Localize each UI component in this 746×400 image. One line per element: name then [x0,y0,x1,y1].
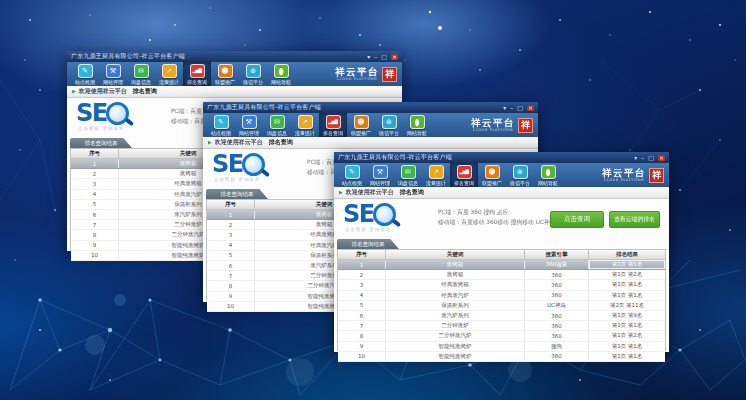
toolbar-item-1[interactable]: ✎站点检测 [338,163,366,187]
tab-ranking-results[interactable]: 排名查询结果 [70,138,132,148]
table-row[interactable]: 8三分钟蒸汽炉360第1页 第2名 [338,331,665,341]
table-cell: 5 [71,200,119,209]
main-toolbar: ✎站点检测⚒网站管理✉询盘信息↗流量统计▂▅▇排名查询☻联盟推广⊚微信平台●网站… [334,163,669,187]
welcome-text: 欢迎使用祥云平台 [79,87,127,96]
toolbar-item-label: 网站导航 [538,180,558,186]
seo-wordmark: SE [212,153,243,175]
view-cloud-ranking-button[interactable]: 查看云端的排名 [609,211,660,228]
table-cell: 2 [71,169,119,178]
brand-subtitle: CLOUD PLATFORM [471,129,515,133]
table-cell: 经典蒸汽炉 [386,291,525,300]
toolbar-item-4[interactable]: ↗流量统计 [155,62,183,86]
toolbar-item-7[interactable]: ⊚微信平台 [375,113,403,137]
col-header-index: 序号 [71,149,119,158]
close-button[interactable]: × [658,155,665,161]
toolbar-item-label: 排名查询 [323,130,343,136]
微信平台-icon: ⊚ [382,115,397,129]
skin-button[interactable]: ▾ [634,155,637,161]
toolbar-item-3[interactable]: ✉询盘信息 [394,163,422,187]
skin-button[interactable]: ▾ [503,105,506,111]
table-cell: 三分钟蒸汽炉 [386,331,525,340]
table-row[interactable]: 6蒸汽炉系列360第1页 第9名 [338,311,665,321]
toolbar-item-6[interactable]: ☻联盟推广 [347,113,375,137]
toolbar-item-7[interactable]: ⊚微信平台 [239,62,267,86]
询盘信息-icon: ✉ [270,115,285,129]
toolbar-item-5[interactable]: ▂▅▇排名查询 [183,62,211,86]
brand-area: 祥云平台 CLOUD PLATFORM 祥 [335,62,398,86]
toolbar-item-5[interactable]: ▂▅▇排名查询 [450,163,478,187]
flag-icon: ▶ [208,140,212,145]
close-button[interactable]: × [391,54,398,60]
table-cell: 5 [338,301,386,310]
table-row[interactable]: 4经典蒸汽炉360第1页 第1名 [338,291,665,301]
seo-caption: 点击图标 查询排名 [78,126,124,131]
toolbar-item-2[interactable]: ⚒网站管理 [235,113,263,137]
toolbar-item-6[interactable]: ☻联盟推广 [211,62,239,86]
toolbar-item-4[interactable]: ↗流量统计 [291,113,319,137]
seo-logo: SE [212,153,265,176]
welcome-text: 欢迎使用祥云平台 [346,188,394,197]
table-row[interactable]: 7三分钟蒸炉360第1页 第1名 [338,321,665,331]
toolbar-item-6[interactable]: ☻联盟推广 [478,163,506,187]
table-cell: 第1页 第1名 [589,342,665,351]
toolbar-item-label: 网站管理 [103,79,123,85]
网站导航-icon: ● [541,165,556,179]
skin-button[interactable]: ▾ [367,54,370,60]
maximize-button[interactable]: □ [517,105,523,111]
tab-ranking-results[interactable]: 排名查询结果 [206,189,268,199]
table-cell: 9 [338,342,386,351]
table-cell: 2 [207,220,255,229]
brand-name: 祥云平台 [335,67,379,77]
engine-info-mobile: 移动端：百度移动 360移动 搜狗移动 UC神马 [438,217,556,227]
maximize-button[interactable]: □ [381,54,387,60]
close-button[interactable]: × [527,105,534,111]
toolbar-item-label: 询盘信息 [267,130,287,136]
toolbar-item-label: 站点检测 [342,180,362,186]
table-cell: 8 [207,281,255,290]
toolbar-item-7[interactable]: ⊚微信平台 [506,163,534,187]
maximize-button[interactable]: □ [648,155,654,161]
联盟推广-icon: ☻ [218,64,233,78]
table-cell: 蒸烤箱 [386,270,525,279]
minimize-button[interactable]: – [510,105,513,111]
toolbar-item-label: 联盟推广 [215,79,235,85]
toolbar-item-1[interactable]: ✎站点检测 [71,62,99,86]
table-cell: 360 [525,331,589,340]
magnifier-icon [242,153,265,176]
toolbar-item-1[interactable]: ✎站点检测 [207,113,235,137]
table-cell: 6 [338,311,386,320]
toolbar-item-label: 微信平台 [379,130,399,136]
query-button[interactable]: 点击查询 [550,211,604,228]
minimize-button[interactable]: – [374,54,377,60]
toolbar-item-2[interactable]: ⚒网站管理 [99,62,127,86]
table-cell: 保温柜系列 [386,301,525,310]
toolbar-item-5[interactable]: ▂▅▇排名查询 [319,113,347,137]
seo-wordmark: SE [76,102,107,124]
table-cell: 第1页 第1名 [589,291,665,300]
table-row[interactable]: 1蒸烤箱360搜索第1页 第1名 [338,260,665,270]
toolbar-item-4[interactable]: ↗流量统计 [422,163,450,187]
ranking-table: 序号 关键词 搜索引擎 排名结果 1蒸烤箱360搜索第1页 第1名2蒸烤箱360… [337,249,666,351]
window-titlebar[interactable]: 广东九鼎王厨具有限公司-祥云平台客户端 ▾ – □ × [203,102,538,113]
toolbar-item-3[interactable]: ✉询盘信息 [127,62,155,86]
toolbar-item-8[interactable]: ●网站导航 [403,113,431,137]
table-row[interactable]: 10智能纯蒸烤炉360第1页 第1名 [338,352,665,362]
table-row[interactable]: 3经典蒸烤箱360第1页 第1名 [338,280,665,290]
table-cell: 第1页 第9名 [589,311,665,320]
toolbar-item-8[interactable]: ●网站导航 [534,163,562,187]
table-cell: 10 [207,302,255,311]
toolbar-item-label: 联盟推广 [351,130,371,136]
toolbar-item-8[interactable]: ●网站导航 [267,62,295,86]
minimize-button[interactable]: – [641,155,644,161]
toolbar-item-2[interactable]: ⚒网站管理 [366,163,394,187]
流量统计-icon: ↗ [162,64,177,78]
table-row[interactable]: 2蒸烤箱360第1页 第2名 [338,270,665,280]
table-cell: 第1页 第1名 [589,352,665,361]
table-row[interactable]: 5保温柜系列UC神马第2页 第11名 [338,301,665,311]
table-cell: 蒸烤箱 [386,260,525,269]
window-titlebar[interactable]: 广东九鼎王厨具有限公司-祥云平台客户端 ▾ – □ × [67,51,402,62]
tab-ranking-results[interactable]: 排名查询结果 [337,239,399,249]
table-row[interactable]: 9智能纯蒸烤炉搜狗第1页 第1名 [338,342,665,352]
toolbar-item-3[interactable]: ✉询盘信息 [263,113,291,137]
window-titlebar[interactable]: 广东九鼎王厨具有限公司-祥云平台客户端 ▾ – □ × [334,152,669,163]
